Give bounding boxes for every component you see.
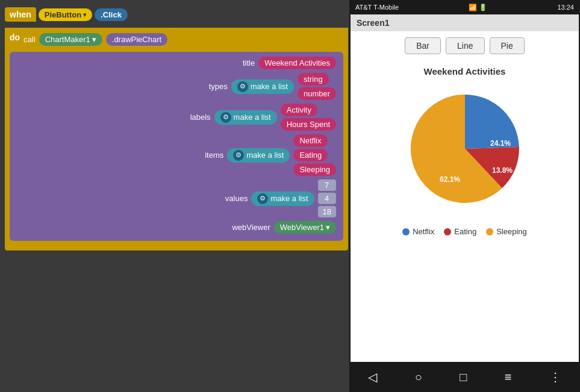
param-row-values: values ⚙ make a list 7 4 18 xyxy=(17,179,336,217)
items-makelist-pill[interactable]: ⚙ make a list xyxy=(227,148,290,163)
chartmaker-pill[interactable]: ChartMaker1 ▾ xyxy=(39,33,102,46)
phone-status-bar: AT&T T-Mobile 📶 🔋 13:24 xyxy=(349,0,580,14)
chartmaker-label: ChartMaker1 xyxy=(45,35,90,44)
pie-button-pill[interactable]: PieButton ▾ xyxy=(39,8,92,21)
legend-item-netflix: Netflix xyxy=(402,227,434,236)
netflix-legend-dot xyxy=(402,228,410,235)
values-item-0: 7 xyxy=(318,179,336,191)
values-list: 7 4 18 xyxy=(318,179,336,217)
param-label-webviewer: webViewer xyxy=(228,223,270,232)
items-item-sleeping[interactable]: Sleeping xyxy=(293,163,336,176)
items-item-2: Sleeping xyxy=(293,163,336,176)
items-gear-icon: ⚙ xyxy=(233,150,244,161)
chartmaker-dropdown-icon: ▾ xyxy=(92,35,96,44)
types-gear-icon: ⚙ xyxy=(237,81,248,92)
labels-makelist-pill[interactable]: ⚙ make a list xyxy=(214,110,277,125)
netflix-percent-label: 24.1% xyxy=(490,139,511,148)
items-makelist-label: make a list xyxy=(246,151,284,160)
block-canvas: when PieButton ▾ .Click do call ChartMak… xyxy=(0,0,349,392)
phone-panel: AT&T T-Mobile 📶 🔋 13:24 Screen1 Bar Line… xyxy=(349,0,580,392)
title-value-pill[interactable]: Weekend Activities xyxy=(258,57,336,69)
values-item-4[interactable]: 4 xyxy=(318,193,336,204)
status-icons: 📶 🔋 xyxy=(469,4,487,11)
labels-item-activity[interactable]: Activity xyxy=(281,104,317,116)
chart-buttons-row: Bar Line Pie xyxy=(351,31,579,60)
items-item-0: Netflix xyxy=(293,134,336,147)
param-label-values: values xyxy=(205,194,248,203)
chart-title: Weekend Activities xyxy=(424,66,506,76)
param-row-types: types ⚙ make a list string number xyxy=(17,73,336,100)
call-row: do call ChartMaker1 ▾ .drawPieChart xyxy=(10,33,343,46)
legend-item-eating: Eating xyxy=(444,227,476,236)
types-item-0: string xyxy=(298,73,336,86)
labels-makelist-label: make a list xyxy=(234,113,271,122)
param-label-title: title xyxy=(213,58,255,67)
param-label-types: types xyxy=(186,82,228,91)
items-item-1: Eating xyxy=(293,149,336,161)
time-label: 13:24 xyxy=(557,4,574,11)
webviewer-dropdown-icon: ▾ xyxy=(326,223,330,232)
home-nav-button[interactable]: ○ xyxy=(415,370,422,384)
title-value: Weekend Activities xyxy=(264,58,330,67)
items-item-eating[interactable]: Eating xyxy=(293,149,328,161)
types-list: string number xyxy=(298,73,336,100)
carrier-label: AT&T T-Mobile xyxy=(355,4,399,11)
types-item-number[interactable]: number xyxy=(298,87,336,100)
pie-button-dropdown-icon: ▾ xyxy=(83,11,86,18)
legend-item-sleeping: Sleeping xyxy=(486,227,527,236)
click-pill[interactable]: .Click xyxy=(95,8,128,21)
eating-legend-dot xyxy=(444,228,451,235)
chart-legend: Netflix Eating Sleeping xyxy=(402,227,527,236)
param-row-items: items ⚙ make a list Netflix Eating S xyxy=(17,134,336,176)
param-label-items: items xyxy=(181,151,223,160)
netflix-legend-label: Netflix xyxy=(413,227,434,236)
line-button[interactable]: Line xyxy=(446,37,484,54)
values-makelist-label: make a list xyxy=(270,194,308,203)
pie-button-label: PieButton xyxy=(45,10,81,19)
types-item-string[interactable]: string xyxy=(298,73,329,86)
param-label-labels: labels xyxy=(169,113,211,122)
values-item-2: 18 xyxy=(318,206,336,217)
more-nav-button[interactable]: ⋮ xyxy=(549,370,561,384)
when-label: when xyxy=(5,7,36,22)
param-row-title: title Weekend Activities xyxy=(17,57,336,69)
param-row-webviewer: webViewer WebViewer1 ▾ xyxy=(17,221,336,234)
webviewer-value-pill[interactable]: WebViewer1 ▾ xyxy=(274,221,336,234)
bar-button[interactable]: Bar xyxy=(405,37,441,54)
labels-item-hoursspent[interactable]: Hours Spent xyxy=(281,118,336,131)
sleeping-legend-dot xyxy=(486,228,493,235)
event-block: when PieButton ▾ .Click xyxy=(5,7,128,22)
items-list: Netflix Eating Sleeping xyxy=(293,134,336,176)
back-nav-button[interactable]: ◁ xyxy=(368,370,377,384)
eating-legend-label: Eating xyxy=(454,227,476,236)
types-makelist-label: make a list xyxy=(251,82,288,91)
recents-nav-button[interactable]: □ xyxy=(460,370,467,384)
values-makelist-pill[interactable]: ⚙ make a list xyxy=(251,191,314,206)
phone-screen: Screen1 Bar Line Pie Weekend Activities xyxy=(351,14,579,362)
menu-nav-button[interactable]: ≡ xyxy=(505,370,512,384)
labels-gear-icon: ⚙ xyxy=(220,112,231,123)
values-item-18[interactable]: 18 xyxy=(318,206,336,217)
values-item-7[interactable]: 7 xyxy=(318,179,336,191)
types-makelist-pill[interactable]: ⚙ make a list xyxy=(231,79,294,94)
values-gear-icon: ⚙ xyxy=(257,193,268,204)
pie-button[interactable]: Pie xyxy=(490,37,525,54)
values-item-1: 4 xyxy=(318,193,336,204)
items-item-netflix[interactable]: Netflix xyxy=(293,134,327,147)
screen-title: Screen1 xyxy=(351,14,579,31)
sleeping-percent-label: 62.1% xyxy=(440,175,460,184)
draw-method-pill[interactable]: .drawPieChart xyxy=(106,33,167,46)
labels-item-0: Activity xyxy=(281,104,336,116)
pie-svg: 24.1% 13.8% 62.1% xyxy=(399,82,531,215)
params-container: title Weekend Activities types ⚙ make a … xyxy=(10,52,343,241)
labels-list: Activity Hours Spent xyxy=(281,104,336,131)
pie-chart: 24.1% 13.8% 62.1% xyxy=(399,82,531,215)
eating-percent-label: 13.8% xyxy=(492,166,513,175)
phone-nav-bar: ◁ ○ □ ≡ ⋮ xyxy=(349,362,580,392)
do-block: do call ChartMaker1 ▾ .drawPieChart titl… xyxy=(5,28,348,250)
webviewer-value: WebViewer1 xyxy=(280,223,324,232)
chart-area: Weekend Activities 24.1% 13.8% 62.1% xyxy=(351,60,579,362)
labels-item-1: Hours Spent xyxy=(281,118,336,131)
types-item-1: number xyxy=(298,87,336,100)
block-editor: when PieButton ▾ .Click do call ChartMak… xyxy=(0,0,349,392)
